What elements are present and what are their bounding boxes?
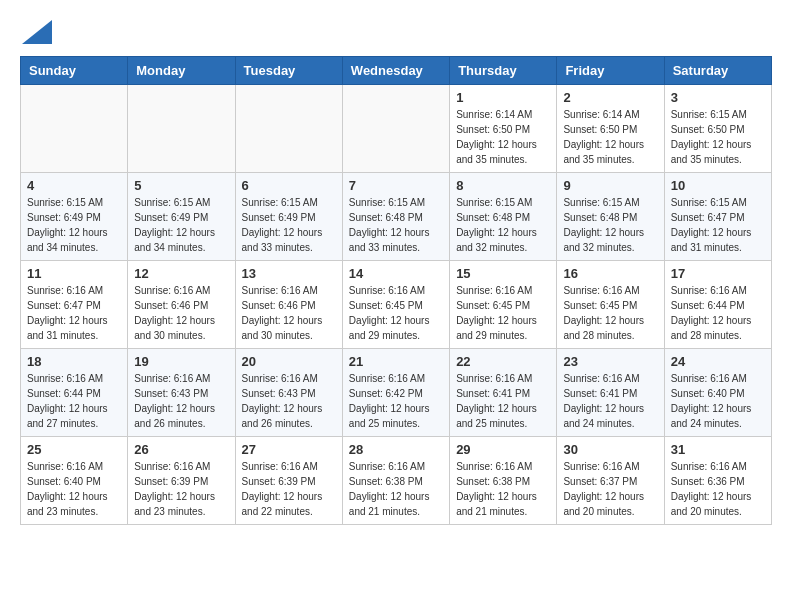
calendar-cell: 7Sunrise: 6:15 AM Sunset: 6:48 PM Daylig… (342, 173, 449, 261)
day-info: Sunrise: 6:16 AM Sunset: 6:36 PM Dayligh… (671, 459, 765, 519)
day-number: 1 (456, 90, 550, 105)
calendar-cell: 11Sunrise: 6:16 AM Sunset: 6:47 PM Dayli… (21, 261, 128, 349)
day-number: 10 (671, 178, 765, 193)
day-info: Sunrise: 6:16 AM Sunset: 6:38 PM Dayligh… (349, 459, 443, 519)
day-info: Sunrise: 6:15 AM Sunset: 6:48 PM Dayligh… (563, 195, 657, 255)
day-info: Sunrise: 6:16 AM Sunset: 6:40 PM Dayligh… (671, 371, 765, 431)
calendar-cell: 6Sunrise: 6:15 AM Sunset: 6:49 PM Daylig… (235, 173, 342, 261)
calendar-cell: 2Sunrise: 6:14 AM Sunset: 6:50 PM Daylig… (557, 85, 664, 173)
weekday-header: Saturday (664, 57, 771, 85)
day-info: Sunrise: 6:16 AM Sunset: 6:43 PM Dayligh… (242, 371, 336, 431)
day-info: Sunrise: 6:15 AM Sunset: 6:50 PM Dayligh… (671, 107, 765, 167)
calendar-week-row: 1Sunrise: 6:14 AM Sunset: 6:50 PM Daylig… (21, 85, 772, 173)
day-info: Sunrise: 6:15 AM Sunset: 6:48 PM Dayligh… (349, 195, 443, 255)
day-number: 13 (242, 266, 336, 281)
calendar-cell: 3Sunrise: 6:15 AM Sunset: 6:50 PM Daylig… (664, 85, 771, 173)
calendar-cell: 22Sunrise: 6:16 AM Sunset: 6:41 PM Dayli… (450, 349, 557, 437)
calendar-cell: 29Sunrise: 6:16 AM Sunset: 6:38 PM Dayli… (450, 437, 557, 525)
calendar-cell (342, 85, 449, 173)
day-info: Sunrise: 6:14 AM Sunset: 6:50 PM Dayligh… (456, 107, 550, 167)
day-number: 11 (27, 266, 121, 281)
calendar-cell (128, 85, 235, 173)
day-number: 5 (134, 178, 228, 193)
calendar-cell: 1Sunrise: 6:14 AM Sunset: 6:50 PM Daylig… (450, 85, 557, 173)
day-number: 31 (671, 442, 765, 457)
calendar-cell: 12Sunrise: 6:16 AM Sunset: 6:46 PM Dayli… (128, 261, 235, 349)
day-info: Sunrise: 6:15 AM Sunset: 6:47 PM Dayligh… (671, 195, 765, 255)
day-number: 12 (134, 266, 228, 281)
weekday-header: Thursday (450, 57, 557, 85)
day-info: Sunrise: 6:16 AM Sunset: 6:41 PM Dayligh… (456, 371, 550, 431)
day-number: 8 (456, 178, 550, 193)
day-info: Sunrise: 6:16 AM Sunset: 6:46 PM Dayligh… (242, 283, 336, 343)
calendar-cell: 19Sunrise: 6:16 AM Sunset: 6:43 PM Dayli… (128, 349, 235, 437)
day-number: 19 (134, 354, 228, 369)
day-number: 24 (671, 354, 765, 369)
calendar-cell: 30Sunrise: 6:16 AM Sunset: 6:37 PM Dayli… (557, 437, 664, 525)
calendar-cell: 14Sunrise: 6:16 AM Sunset: 6:45 PM Dayli… (342, 261, 449, 349)
calendar-cell: 15Sunrise: 6:16 AM Sunset: 6:45 PM Dayli… (450, 261, 557, 349)
calendar-week-row: 25Sunrise: 6:16 AM Sunset: 6:40 PM Dayli… (21, 437, 772, 525)
day-info: Sunrise: 6:16 AM Sunset: 6:47 PM Dayligh… (27, 283, 121, 343)
calendar-cell: 17Sunrise: 6:16 AM Sunset: 6:44 PM Dayli… (664, 261, 771, 349)
calendar-cell (235, 85, 342, 173)
svg-marker-0 (22, 20, 52, 44)
calendar-cell: 23Sunrise: 6:16 AM Sunset: 6:41 PM Dayli… (557, 349, 664, 437)
day-info: Sunrise: 6:16 AM Sunset: 6:46 PM Dayligh… (134, 283, 228, 343)
calendar-cell: 10Sunrise: 6:15 AM Sunset: 6:47 PM Dayli… (664, 173, 771, 261)
day-info: Sunrise: 6:16 AM Sunset: 6:45 PM Dayligh… (563, 283, 657, 343)
day-info: Sunrise: 6:16 AM Sunset: 6:37 PM Dayligh… (563, 459, 657, 519)
day-info: Sunrise: 6:16 AM Sunset: 6:44 PM Dayligh… (27, 371, 121, 431)
day-info: Sunrise: 6:16 AM Sunset: 6:45 PM Dayligh… (349, 283, 443, 343)
day-info: Sunrise: 6:16 AM Sunset: 6:44 PM Dayligh… (671, 283, 765, 343)
day-number: 3 (671, 90, 765, 105)
calendar-cell: 5Sunrise: 6:15 AM Sunset: 6:49 PM Daylig… (128, 173, 235, 261)
logo-icon (22, 20, 52, 44)
calendar-week-row: 4Sunrise: 6:15 AM Sunset: 6:49 PM Daylig… (21, 173, 772, 261)
calendar-cell (21, 85, 128, 173)
calendar-header-row: SundayMondayTuesdayWednesdayThursdayFrid… (21, 57, 772, 85)
day-number: 7 (349, 178, 443, 193)
day-info: Sunrise: 6:16 AM Sunset: 6:43 PM Dayligh… (134, 371, 228, 431)
day-number: 14 (349, 266, 443, 281)
weekday-header: Friday (557, 57, 664, 85)
page-header (20, 20, 772, 40)
day-info: Sunrise: 6:16 AM Sunset: 6:41 PM Dayligh… (563, 371, 657, 431)
calendar-week-row: 11Sunrise: 6:16 AM Sunset: 6:47 PM Dayli… (21, 261, 772, 349)
calendar-week-row: 18Sunrise: 6:16 AM Sunset: 6:44 PM Dayli… (21, 349, 772, 437)
day-info: Sunrise: 6:15 AM Sunset: 6:48 PM Dayligh… (456, 195, 550, 255)
day-number: 30 (563, 442, 657, 457)
day-info: Sunrise: 6:16 AM Sunset: 6:39 PM Dayligh… (134, 459, 228, 519)
day-number: 23 (563, 354, 657, 369)
day-info: Sunrise: 6:14 AM Sunset: 6:50 PM Dayligh… (563, 107, 657, 167)
calendar-cell: 8Sunrise: 6:15 AM Sunset: 6:48 PM Daylig… (450, 173, 557, 261)
calendar-cell: 27Sunrise: 6:16 AM Sunset: 6:39 PM Dayli… (235, 437, 342, 525)
day-number: 6 (242, 178, 336, 193)
day-info: Sunrise: 6:16 AM Sunset: 6:38 PM Dayligh… (456, 459, 550, 519)
day-number: 25 (27, 442, 121, 457)
day-number: 17 (671, 266, 765, 281)
calendar-table: SundayMondayTuesdayWednesdayThursdayFrid… (20, 56, 772, 525)
day-number: 4 (27, 178, 121, 193)
day-number: 29 (456, 442, 550, 457)
calendar-cell: 26Sunrise: 6:16 AM Sunset: 6:39 PM Dayli… (128, 437, 235, 525)
calendar-cell: 24Sunrise: 6:16 AM Sunset: 6:40 PM Dayli… (664, 349, 771, 437)
calendar-cell: 28Sunrise: 6:16 AM Sunset: 6:38 PM Dayli… (342, 437, 449, 525)
weekday-header: Monday (128, 57, 235, 85)
day-number: 15 (456, 266, 550, 281)
day-info: Sunrise: 6:16 AM Sunset: 6:42 PM Dayligh… (349, 371, 443, 431)
weekday-header: Wednesday (342, 57, 449, 85)
calendar-cell: 25Sunrise: 6:16 AM Sunset: 6:40 PM Dayli… (21, 437, 128, 525)
weekday-header: Sunday (21, 57, 128, 85)
calendar-cell: 13Sunrise: 6:16 AM Sunset: 6:46 PM Dayli… (235, 261, 342, 349)
calendar-cell: 21Sunrise: 6:16 AM Sunset: 6:42 PM Dayli… (342, 349, 449, 437)
calendar-cell: 4Sunrise: 6:15 AM Sunset: 6:49 PM Daylig… (21, 173, 128, 261)
day-info: Sunrise: 6:15 AM Sunset: 6:49 PM Dayligh… (134, 195, 228, 255)
calendar-cell: 31Sunrise: 6:16 AM Sunset: 6:36 PM Dayli… (664, 437, 771, 525)
day-number: 26 (134, 442, 228, 457)
day-info: Sunrise: 6:16 AM Sunset: 6:40 PM Dayligh… (27, 459, 121, 519)
day-info: Sunrise: 6:15 AM Sunset: 6:49 PM Dayligh… (27, 195, 121, 255)
calendar-cell: 16Sunrise: 6:16 AM Sunset: 6:45 PM Dayli… (557, 261, 664, 349)
day-info: Sunrise: 6:15 AM Sunset: 6:49 PM Dayligh… (242, 195, 336, 255)
day-number: 21 (349, 354, 443, 369)
